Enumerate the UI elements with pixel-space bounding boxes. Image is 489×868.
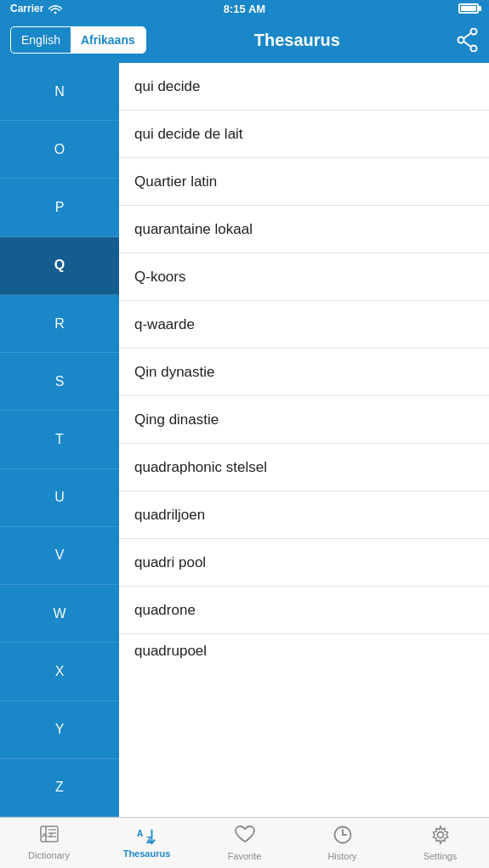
alpha-N[interactable]: N — [0, 63, 119, 121]
list-item[interactable]: quadraphonic stelsel — [119, 444, 489, 491]
alphabet-sidebar: N O P Q R S T U V W X Y Z — [0, 63, 119, 817]
list-item[interactable]: quadriljoen — [119, 491, 489, 539]
alpha-W[interactable]: W — [0, 585, 119, 643]
wifi-icon — [48, 3, 62, 14]
status-battery — [458, 3, 479, 14]
alpha-R[interactable]: R — [0, 295, 119, 353]
afrikaans-lang-button[interactable]: Afrikaans — [71, 27, 145, 53]
favorite-tab-icon — [234, 825, 256, 845]
alpha-V[interactable]: V — [0, 527, 119, 585]
nav-title: Thesaurus — [146, 31, 448, 50]
status-time: 8:15 AM — [224, 3, 265, 15]
svg-text:A: A — [137, 829, 144, 838]
svg-point-18 — [437, 832, 443, 838]
list-item-partial[interactable]: quadrupoel — [119, 634, 489, 668]
thesaurus-tab-icon: A Z — [136, 827, 158, 846]
tab-history[interactable]: History — [293, 818, 391, 868]
alpha-Z[interactable]: Z — [0, 759, 119, 817]
english-lang-button[interactable]: English — [11, 27, 71, 53]
dictionary-tab-icon: A-Z — [38, 825, 60, 844]
share-button[interactable] — [457, 28, 479, 52]
dictionary-tab-label: Dictionary — [28, 850, 70, 860]
nav-bar: English Afrikaans Thesaurus — [0, 17, 489, 63]
settings-tab-icon — [430, 825, 451, 845]
list-item[interactable]: Q-koors — [119, 253, 489, 301]
alpha-U[interactable]: U — [0, 469, 119, 527]
svg-point-2 — [471, 46, 477, 52]
status-bar: Carrier 8:15 AM — [0, 0, 489, 17]
carrier-text: Carrier — [10, 3, 43, 14]
list-item[interactable]: Qing dinastie — [119, 396, 489, 444]
tab-settings[interactable]: Settings — [391, 818, 489, 868]
word-list: qui decide qui decide de lait Quartier l… — [119, 63, 489, 817]
tab-bar: A-Z Dictionary A Z Thesaurus Favorite — [0, 817, 489, 868]
list-item[interactable]: quadrone — [119, 587, 489, 634]
alpha-P[interactable]: P — [0, 179, 119, 236]
history-icon — [333, 825, 353, 848]
history-tab-label: History — [327, 851, 356, 861]
list-item[interactable]: q-waarde — [119, 301, 489, 349]
alpha-O[interactable]: O — [0, 121, 119, 179]
alpha-T[interactable]: T — [0, 411, 119, 468]
history-tab-icon — [333, 825, 353, 845]
svg-text:A-Z: A-Z — [42, 831, 53, 839]
svg-point-0 — [54, 12, 56, 14]
status-carrier: Carrier — [10, 3, 62, 14]
svg-line-5 — [463, 42, 471, 47]
list-item[interactable]: quarantaine lokaal — [119, 206, 489, 253]
share-icon — [457, 28, 479, 52]
tab-favorite[interactable]: Favorite — [196, 818, 293, 868]
favorite-tab-label: Favorite — [228, 851, 262, 861]
thesaurus-icon: A Z — [136, 827, 158, 846]
list-item[interactable]: quadri pool — [119, 539, 489, 587]
list-item[interactable]: Quartier latin — [119, 158, 489, 206]
settings-tab-label: Settings — [424, 851, 458, 861]
svg-point-1 — [471, 29, 477, 35]
tab-dictionary[interactable]: A-Z Dictionary — [0, 818, 98, 868]
svg-point-3 — [458, 37, 464, 43]
battery-icon — [458, 3, 479, 14]
tab-thesaurus[interactable]: A Z Thesaurus — [98, 818, 196, 868]
svg-line-4 — [463, 33, 471, 38]
alpha-Y[interactable]: Y — [0, 701, 119, 759]
favorite-icon — [234, 825, 256, 848]
language-toggle[interactable]: English Afrikaans — [10, 26, 146, 54]
main-content: N O P Q R S T U V W X Y Z qui decide qui… — [0, 63, 489, 817]
thesaurus-tab-label: Thesaurus — [123, 848, 171, 859]
list-item[interactable]: Qin dynastie — [119, 349, 489, 396]
alpha-S[interactable]: S — [0, 353, 119, 411]
alpha-X[interactable]: X — [0, 643, 119, 701]
list-item[interactable]: qui decide — [119, 63, 489, 111]
alpha-Q[interactable]: Q — [0, 237, 119, 295]
list-item[interactable]: qui decide de lait — [119, 111, 489, 158]
dictionary-icon: A-Z — [38, 825, 60, 848]
settings-icon — [430, 825, 451, 848]
